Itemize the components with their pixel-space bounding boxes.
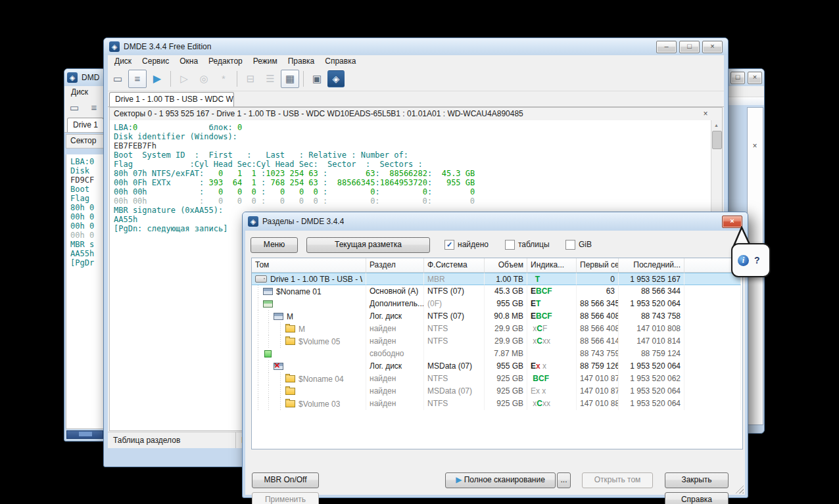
open-disk-icon[interactable]: ▭ [65, 99, 84, 117]
mbr-onoff-button[interactable]: MBR On/Off [252, 472, 319, 488]
unchecked-checkbox-icon[interactable] [505, 240, 515, 250]
open-volumes-icon[interactable]: ≡ [128, 70, 147, 88]
hex-line: 80h 0 [70, 203, 102, 212]
right-window-menubar [726, 86, 764, 97]
scroll-up-icon[interactable]: ▲ [712, 121, 721, 129]
menu-item-диск[interactable]: Диск [109, 55, 137, 67]
help-button[interactable]: Справка [665, 492, 729, 504]
column-header-Последний...[interactable]: Последний... [619, 258, 684, 272]
partitions-dialog: ◈ Разделы - DMDE 3.4.4 × Меню Текущая ра… [242, 212, 748, 498]
right-window-titlebar[interactable]: □ × [726, 69, 764, 86]
table-row[interactable]: Лог. дискMSData (07)955 GBEx x88 759 126… [252, 360, 742, 373]
volume-name: Drive 1 - 1.00 TB - USB - W... [270, 273, 362, 285]
last-sector: 147 010 808 [619, 323, 684, 335]
drive-tab[interactable]: Drive 1 - 1.00 TB - USB - WDC WD1... [109, 92, 234, 106]
column-header-Раздел[interactable]: Раздел [366, 258, 424, 272]
column-header-Том[interactable]: Том [252, 258, 366, 272]
file-system: NTFS [424, 398, 485, 410]
menu-button[interactable]: Меню [251, 237, 298, 253]
checkbox-таблицы[interactable]: таблицы [505, 239, 550, 250]
checked-checkbox-icon[interactable]: ✓ [444, 240, 454, 250]
continue-icon[interactable]: ▶ [148, 70, 166, 88]
indicator-letter: E [531, 286, 536, 296]
checkbox-label: найдено [458, 240, 489, 249]
hex-line: 00h 0 [70, 231, 102, 240]
table-row[interactable]: свободно7.87 MB88 743 75988 759 124 [252, 348, 742, 360]
indicators: EBCF [527, 285, 577, 298]
table-row[interactable]: $Noname 04найденNTFS925 GB BCF147 010 87… [252, 373, 742, 385]
right-pane-close-icon[interactable]: × [750, 142, 759, 151]
close-button[interactable]: × [702, 41, 723, 53]
first-sector: 88 566 345 [577, 298, 619, 310]
menu-item-диск[interactable]: Диск [66, 86, 93, 98]
column-header-Индика...[interactable]: Индика... [527, 258, 577, 272]
unchecked-checkbox-icon[interactable] [565, 240, 575, 250]
table-row[interactable]: MЛог. дискNTFS (07)90.8 MBEBCF88 566 408… [252, 310, 742, 323]
resize-grip[interactable] [735, 485, 744, 493]
vol-icon [285, 388, 295, 395]
pane-close-icon[interactable]: × [701, 110, 710, 119]
indicator-letter: E [531, 299, 536, 308]
open-volumes-icon[interactable]: ≡ [85, 99, 103, 117]
full-scan-button[interactable]: ▶ Полное сканирование [445, 472, 556, 488]
table-row[interactable]: MнайденNTFS29.9 GB xCF88 566 408147 010 … [252, 323, 742, 335]
open-disk-icon[interactable]: ▭ [108, 70, 127, 88]
indicator-letter: E [531, 361, 536, 371]
menu-item-редактор[interactable]: Редактор [203, 55, 248, 67]
indicator-letter: C [537, 399, 542, 408]
volume-name: $Volume 05 [299, 336, 340, 348]
left-hscrollbar[interactable] [66, 430, 103, 439]
indicator-letter: x [531, 324, 537, 333]
dmde-logo-icon[interactable]: ◈ [327, 70, 345, 87]
table-header: ТомРазделФ.СистемаОбъемИндика...Первый с… [252, 258, 742, 273]
left-window-title: DMD [82, 73, 99, 82]
menu-item-окна[interactable]: Окна [174, 55, 203, 67]
left-hex-view[interactable]: LBA:0DiskFD9CFBootFlag80h 000h 000h 000h… [66, 154, 106, 429]
table-row[interactable]: Дополнитель...(0F)955 GBET88 566 3451 95… [252, 298, 742, 310]
right-window-close-button[interactable]: × [748, 72, 762, 84]
volume-size: 45.3 GB [485, 285, 527, 298]
hex-line: MBR s [70, 240, 102, 249]
left-window-tab[interactable]: Drive 1 [67, 118, 104, 132]
table-row[interactable]: найденMSData (07)925 GBEx x147 010 8781 … [252, 385, 742, 398]
left-window-titlebar[interactable]: ◈ DMD [64, 69, 106, 86]
scan-options-button[interactable]: ... [557, 472, 571, 488]
maximize-button[interactable]: □ [679, 41, 700, 53]
main-titlebar[interactable]: ◈ DMDE 3.4.4 Free Edition – □ × [104, 38, 728, 55]
table-row[interactable]: $Volume 05найденNTFS29.9 GB xCxx88 566 4… [252, 335, 742, 348]
partition-type: Дополнитель... [366, 298, 424, 310]
right-window-toolbar [726, 97, 764, 105]
column-header-Первый се...[interactable]: Первый се... [577, 258, 619, 272]
menu-item-справка[interactable]: Справка [320, 55, 361, 67]
indicators: xCF [527, 323, 577, 335]
desktop: ◈ DMD Диск ▭≡ Drive 1 Сектор LBA:0DiskFD… [0, 0, 839, 504]
dmde-logo-icon: ◈ [67, 72, 78, 83]
checkbox-gib[interactable]: GiB [565, 239, 592, 250]
checkbox-найдено[interactable]: ✓найдено [444, 239, 489, 250]
dialog-titlebar[interactable]: ◈ Разделы - DMDE 3.4.4 × [243, 212, 748, 231]
windows-cascade-icon[interactable]: ▣ [308, 70, 326, 88]
left-hscrollbar-thumb[interactable] [79, 432, 92, 436]
column-header-Ф.Система[interactable]: Ф.Система [424, 258, 485, 272]
right-window-maximize-button[interactable]: □ [731, 72, 745, 84]
minimize-button[interactable]: – [656, 41, 677, 53]
column-header-Объем[interactable]: Объем [485, 258, 527, 272]
status-left: Таблица разделов [108, 432, 235, 448]
dmde-logo-icon: ◈ [109, 41, 120, 52]
menu-item-сервис[interactable]: Сервис [137, 55, 174, 67]
hex-view-icon[interactable]: ▦ [281, 70, 299, 88]
hex-line: 00h 00h : 0 0 0 : 0 0 0 : 0: 0: 0 [114, 196, 718, 206]
current-layout-button[interactable]: Текущая разметка [306, 237, 430, 253]
table-row[interactable]: $Noname 01Основной (A)NTFS (07)45.3 GBEB… [252, 285, 742, 298]
toolbar-separator [303, 71, 304, 87]
hex-vscrollbar-thumb[interactable] [712, 131, 722, 149]
table-row[interactable]: Drive 1 - 1.00 TB - USB - W...MBR1.00 TB… [252, 273, 742, 285]
menu-item-режим[interactable]: Режим [248, 55, 283, 67]
vol-icon [285, 338, 295, 345]
volume-size: 925 GB [485, 373, 527, 385]
menu-item-правка[interactable]: Правка [283, 55, 320, 67]
close-dialog-button[interactable]: Закрыть [665, 472, 729, 488]
table-row[interactable]: $Volume 03найденNTFS925 GB xCxx147 010 8… [252, 398, 742, 410]
file-system: NTFS [424, 335, 485, 348]
hex-line: Boot System ID : First : Last : Relative… [114, 150, 718, 160]
